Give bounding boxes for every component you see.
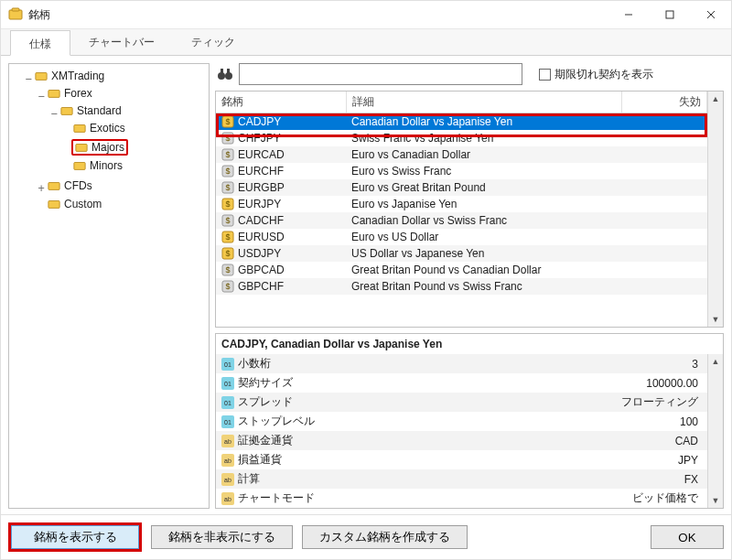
field-type-icon: ab (221, 454, 234, 467)
detail-key: チャートモード (238, 490, 315, 506)
detail-title: CADJPY, Canadian Dollar vs Japanise Yen (216, 334, 723, 354)
detail-row: abチャートモードビッド価格で (216, 489, 707, 508)
detail-key: 小数桁 (238, 356, 271, 372)
table-row[interactable]: $EURJPYEuro vs Japanise Yen (216, 196, 707, 212)
svg-text:ab: ab (224, 477, 231, 483)
symbol-table: 銘柄 詳細 失効 $CADJPYCanadian Dollar vs Japan… (215, 91, 724, 328)
maximize-button[interactable] (649, 1, 690, 28)
search-input[interactable] (239, 63, 522, 85)
detail-row: 01スプレッドフローティング (216, 393, 707, 412)
table-row[interactable]: $EURCADEuro vs Canadian Dollar (216, 146, 707, 163)
row-desc: Canadian Dollar vs Swiss Franc (346, 212, 623, 229)
table-row[interactable]: $GBPCHFGreat Britan Pound vs Swiss Franc (216, 278, 707, 295)
symbol-tree[interactable]: −XMTrading −Forex −Standard Exotics Majo… (8, 63, 210, 509)
currency-icon: $ (221, 214, 234, 227)
detail-key: 契約サイズ (238, 375, 293, 391)
tree-custom: Custom (46, 197, 103, 211)
row-symbol: EURJPY (238, 198, 281, 210)
svg-rect-11 (74, 163, 85, 170)
table-row[interactable]: $CADCHFCanadian Dollar vs Swiss Franc (216, 212, 707, 229)
row-desc: Swiss Franc vs Japanise Yen (346, 130, 623, 146)
svg-text:$: $ (225, 232, 230, 242)
field-type-icon: 01 (221, 415, 234, 428)
row-desc: Great Britan Pound vs Canadian Dollar (346, 262, 623, 278)
svg-text:$: $ (225, 167, 230, 176)
row-symbol: GBPCHF (238, 280, 284, 293)
row-desc: US Dollar vs Japanese Yen (346, 245, 623, 262)
scroll-up-icon[interactable]: ▲ (712, 92, 720, 106)
field-type-icon: ab (221, 435, 234, 447)
detail-scrollbar[interactable]: ▲ ▼ (707, 354, 723, 508)
col-symbol[interactable]: 銘柄 (216, 92, 347, 113)
footer: 銘柄を表示する 銘柄を非表示にする カスタム銘柄を作成する OK (1, 514, 731, 559)
field-type-icon: 01 (221, 396, 234, 409)
table-row[interactable]: $CADJPYCanadian Dollar vs Japanise Yen (216, 113, 707, 130)
ok-button[interactable]: OK (651, 525, 724, 549)
window-title: 銘柄 (28, 7, 608, 23)
tab-tick[interactable]: ティック (173, 29, 253, 55)
currency-icon: $ (221, 247, 234, 260)
table-row[interactable]: $CHFJPYSwiss Franc vs Japanise Yen (216, 130, 707, 146)
app-icon (8, 7, 23, 22)
tree-minors: Minors (71, 158, 124, 173)
row-desc: Great Britan Pound vs Swiss Franc (346, 278, 623, 295)
svg-text:$: $ (225, 282, 230, 291)
show-expired-checkbox[interactable]: 期限切れ契約を表示 (539, 67, 653, 82)
svg-rect-17 (227, 69, 230, 73)
row-desc: Euro vs US Dollar (346, 229, 623, 245)
field-type-icon: ab (221, 473, 234, 486)
scroll-down-icon[interactable]: ▼ (712, 312, 720, 327)
currency-icon: $ (221, 231, 234, 243)
svg-text:$: $ (225, 117, 230, 126)
currency-icon: $ (221, 280, 234, 293)
minimize-button[interactable] (608, 1, 649, 28)
table-row[interactable]: $USDJPYUS Dollar vs Japanese Yen (216, 245, 707, 262)
detail-value: FX (543, 471, 707, 488)
detail-key: 計算 (238, 471, 260, 487)
close-button[interactable] (690, 1, 731, 28)
detail-value: CAD (543, 433, 707, 449)
col-desc[interactable]: 詳細 (347, 92, 622, 113)
scroll-down-icon[interactable]: ▼ (712, 493, 720, 508)
svg-rect-1 (12, 8, 19, 11)
row-symbol: EURCHF (238, 165, 284, 178)
detail-value: 3 (543, 356, 707, 372)
svg-text:$: $ (225, 249, 230, 258)
table-row[interactable]: $EURGBPEuro vs Great Britan Pound (216, 179, 707, 196)
currency-icon: $ (221, 165, 234, 178)
tab-chartbar[interactable]: チャートバー (70, 29, 173, 55)
search-bar: 期限切れ契約を表示 (215, 63, 724, 91)
currency-icon: $ (221, 181, 234, 194)
svg-rect-3 (666, 11, 673, 18)
field-type-icon: ab (221, 492, 234, 505)
table-header: 銘柄 詳細 失効 (216, 92, 707, 113)
row-desc: Euro vs Swiss Franc (346, 163, 623, 179)
svg-rect-8 (61, 108, 72, 115)
table-row[interactable]: $EURUSDEuro vs US Dollar (216, 229, 707, 245)
detail-key: 損益通貨 (238, 452, 282, 468)
field-type-icon: 01 (221, 358, 234, 371)
tab-spec[interactable]: 仕様 (10, 30, 70, 56)
table-row[interactable]: $EURCHFEuro vs Swiss Franc (216, 163, 707, 179)
tree-root: XMTrading (33, 69, 106, 83)
table-scrollbar[interactable]: ▲ ▼ (707, 92, 723, 327)
row-symbol: CADCHF (238, 214, 284, 227)
row-symbol: EURUSD (238, 231, 285, 243)
col-invalid[interactable]: 失効 (622, 92, 707, 113)
table-body[interactable]: $CADJPYCanadian Dollar vs Japanise Yen$C… (216, 113, 707, 327)
hide-symbol-button[interactable]: 銘柄を非表示にする (151, 525, 293, 549)
detail-row: 01契約サイズ100000.00 (216, 373, 707, 393)
tree-cfds: CFDs (46, 178, 94, 193)
table-row[interactable]: $GBPCADGreat Britan Pound vs Canadian Do… (216, 262, 707, 278)
show-symbol-button[interactable]: 銘柄を表示する (11, 525, 139, 549)
tree-exotics: Exotics (71, 121, 127, 135)
tree-forex: Forex (46, 86, 94, 101)
scroll-up-icon[interactable]: ▲ (712, 354, 720, 369)
create-custom-button[interactable]: カスタム銘柄を作成する (302, 525, 468, 549)
svg-rect-12 (48, 183, 59, 190)
titlebar: 銘柄 (1, 1, 731, 29)
row-symbol: CADJPY (238, 115, 281, 128)
svg-rect-7 (48, 91, 59, 98)
currency-icon: $ (221, 132, 234, 145)
svg-text:$: $ (225, 134, 230, 143)
